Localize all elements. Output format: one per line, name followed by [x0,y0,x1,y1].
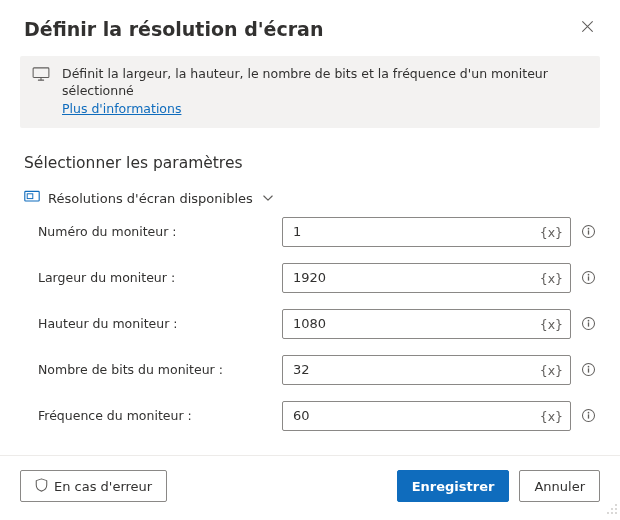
label-monitor-width: Largeur du moniteur : [38,270,272,285]
svg-rect-17 [588,415,589,419]
monitor-icon [32,67,50,84]
svg-rect-0 [33,68,49,78]
svg-point-4 [588,228,590,230]
svg-rect-5 [588,231,589,235]
resolution-icon [24,190,40,207]
label-monitor-number: Numéro du moniteur : [38,224,272,239]
field-monitor-number: Numéro du moniteur : {x} [38,217,596,247]
info-icon [581,408,596,423]
field-monitor-bits: Nombre de bits du moniteur : {x} [38,355,596,385]
cancel-button[interactable]: Annuler [519,470,600,502]
info-banner: Définit la largeur, la hauteur, le nombr… [20,56,600,128]
input-monitor-height[interactable] [282,309,571,339]
variable-picker-monitor-number[interactable]: {x} [540,224,563,239]
variable-picker-monitor-bits[interactable]: {x} [540,362,563,377]
on-error-label: En cas d'erreur [54,479,152,494]
input-monitor-width[interactable] [282,263,571,293]
svg-rect-14 [588,369,589,373]
close-button[interactable] [577,18,598,38]
label-monitor-freq: Fréquence du moniteur : [38,408,272,423]
info-icon [581,316,596,331]
svg-point-10 [588,320,590,322]
field-monitor-width: Largeur du moniteur : {x} [38,263,596,293]
help-monitor-number[interactable] [581,224,596,239]
variable-picker-monitor-freq[interactable]: {x} [540,408,563,423]
info-icon [581,224,596,239]
svg-rect-8 [588,277,589,281]
label-monitor-bits: Nombre de bits du moniteur : [38,362,272,377]
on-error-button[interactable]: En cas d'erreur [20,470,167,502]
input-monitor-number[interactable] [282,217,571,247]
section-title: Sélectionner les paramètres [24,154,596,172]
label-monitor-height: Hauteur du moniteur : [38,316,272,331]
more-info-link[interactable]: Plus d'informations [62,101,181,118]
chevron-down-icon [263,192,273,205]
help-monitor-height[interactable] [581,316,596,331]
info-icon [581,362,596,377]
info-text: Définit la largeur, la hauteur, le nombr… [62,66,548,98]
svg-point-7 [588,274,590,276]
shield-icon [35,478,48,495]
help-monitor-bits[interactable] [581,362,596,377]
field-monitor-freq: Fréquence du moniteur : {x} [38,401,596,431]
group-header-resolutions[interactable]: Résolutions d'écran disponibles [24,190,596,207]
variable-picker-monitor-width[interactable]: {x} [540,270,563,285]
svg-point-13 [588,366,590,368]
help-monitor-freq[interactable] [581,408,596,423]
input-monitor-bits[interactable] [282,355,571,385]
help-monitor-width[interactable] [581,270,596,285]
field-monitor-height: Hauteur du moniteur : {x} [38,309,596,339]
input-monitor-freq[interactable] [282,401,571,431]
svg-point-16 [588,412,590,414]
info-icon [581,270,596,285]
svg-rect-2 [27,193,33,198]
svg-rect-11 [588,323,589,327]
dialog-title: Définir la résolution d'écran [24,18,323,40]
group-label: Résolutions d'écran disponibles [48,191,253,206]
save-button[interactable]: Enregistrer [397,470,510,502]
variable-picker-monitor-height[interactable]: {x} [540,316,563,331]
close-icon [581,20,594,33]
